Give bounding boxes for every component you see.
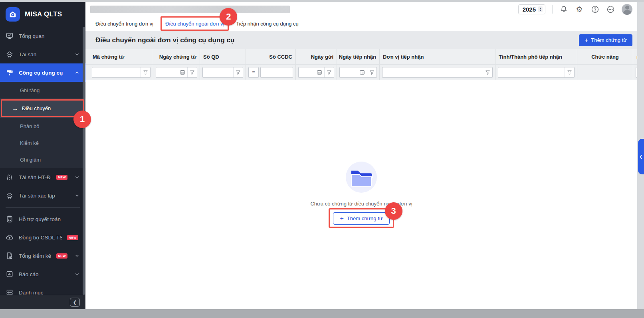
filter-input-tinh-thanh-pho[interactable] (498, 67, 565, 77)
sidebar-item-tai-san[interactable]: Tài sản (0, 45, 85, 63)
column-header-so-ccdc[interactable]: Số CCDC (246, 49, 296, 64)
filter-cell-partial (633, 65, 637, 80)
filter-funnel-icon[interactable] (187, 67, 197, 77)
sidebar: MISA QLTS Tổng quan Tài sản Công cụ (0, 2, 85, 309)
filter-cell-ma-chung-tu (89, 65, 153, 80)
user-avatar[interactable] (622, 4, 632, 15)
sidebar-item-dong-bo-csdl-tsc[interactable]: Đồng bộ CSDL TSC NEW (0, 228, 85, 247)
filter-funnel-icon[interactable] (565, 67, 574, 77)
submenu-item-kiem-ke[interactable]: Kiểm kê (0, 134, 85, 151)
add-document-button-top[interactable]: + Thêm chứng từ (579, 34, 632, 46)
filter-input-ngay-gui[interactable] (299, 67, 315, 77)
tab-tiep-nhan-cong-cu-dung-cu[interactable]: Tiếp nhận công cụ dụng cụ (236, 16, 298, 31)
chevron-down-icon (74, 193, 80, 198)
add-document-button-label: Thêm chứng từ (591, 37, 627, 43)
submenu-item-label: Điều chuyển (22, 105, 51, 111)
help-icon[interactable] (590, 5, 599, 14)
column-header-don-vi-tiep-nhan[interactable]: Đơn vị tiếp nhận (380, 49, 495, 64)
sidebar-collapse-button[interactable]: ❮ (70, 298, 80, 307)
sidebar-divider (6, 207, 80, 207)
calendar-icon[interactable] (178, 67, 187, 77)
page-header: Điều chuyển ngoài đơn vị công cụ dụng cụ… (85, 31, 637, 49)
filter-funnel-icon[interactable] (367, 67, 376, 77)
column-header-ngay-gui[interactable]: Ngày gửi (296, 49, 337, 64)
sidebar-item-ho-tro-quyet-toan[interactable]: Hỗ trợ quyết toán (0, 210, 85, 228)
new-badge: NEW (56, 253, 67, 259)
chevron-down-icon (74, 271, 80, 277)
add-document-button-label: Thêm chứng từ (347, 215, 383, 221)
brand-name: MISA QLTS (25, 10, 62, 18)
filter-input-ngay-tiep-nhan[interactable] (340, 67, 357, 77)
sidebar-item-tong-quan[interactable]: Tổng quan (0, 27, 85, 45)
filter-funnel-icon[interactable] (233, 67, 243, 77)
submenu-item-label: Kiểm kê (20, 140, 39, 146)
table-filter-row: = (85, 65, 637, 80)
filter-cell-tinh-thanh-pho (495, 65, 577, 80)
year-stepper-icon[interactable]: ▲▼ (538, 6, 543, 12)
calendar-icon[interactable] (357, 67, 367, 77)
submenu-cong-cu-dung-cu: Ghi tăng → Điều chuyển 1 Phân bổ Kiểm kê… (0, 82, 85, 168)
bar-chart-icon (6, 270, 14, 278)
brand-row[interactable]: MISA QLTS (0, 2, 85, 27)
tab-label: Tiếp nhận công cụ dụng cụ (236, 21, 298, 27)
column-header-tinh-thanh-pho[interactable]: Tỉnh/Thành phố tiếp nhận (495, 49, 577, 64)
filter-input-ma-chung-tu[interactable] (92, 67, 141, 77)
filter-input-so-qd[interactable] (203, 67, 233, 77)
filter-cell-ngay-chung-tu (153, 65, 200, 80)
filter-input-don-vi-tiep-nhan[interactable] (382, 67, 483, 77)
filter-funnel-icon[interactable] (324, 67, 334, 77)
plus-icon: + (585, 37, 588, 43)
sidebar-item-tai-san-ht-db[interactable]: Tài sản HT-ĐB NEW (0, 168, 85, 186)
chevron-down-icon (74, 174, 80, 180)
new-badge: NEW (56, 175, 67, 180)
sidebar-item-label: Tổng kiểm kê (19, 253, 51, 259)
submenu-item-ghi-giam[interactable]: Ghi giảm (0, 151, 85, 168)
submenu-item-label: Phân bổ (20, 123, 39, 129)
tabs-bar: Điều chuyển trong đơn vị Điều chuyển ngo… (85, 16, 637, 31)
plus-icon: + (340, 215, 343, 222)
calendar-icon[interactable] (315, 67, 324, 77)
sidebar-item-tai-san-xac-lap[interactable]: Tài sản xác lập (0, 186, 85, 205)
sidebar-item-bao-cao[interactable]: Báo cáo (0, 265, 85, 283)
right-panel-toggle[interactable]: ❮ (638, 139, 644, 174)
column-header-ngay-chung-tu[interactable]: Ngày chứng từ (153, 49, 200, 64)
filter-input-partial[interactable] (636, 67, 637, 77)
column-header-chuc-nang: Chức năng (577, 49, 633, 64)
year-selector[interactable]: 2025 ▲▼ (518, 4, 545, 14)
tab-dieu-chuyen-trong-don-vi[interactable]: Điều chuyển trong đơn vị (95, 16, 153, 31)
sidebar-scrollbar[interactable] (83, 27, 85, 295)
empty-state: Chưa có chứng từ điều chuyển ngoài đơn v… (310, 162, 412, 225)
tool-roller-icon (6, 69, 14, 77)
filter-input-ngay-chung-tu[interactable] (156, 67, 178, 77)
filter-cell-ngay-tiep-nhan (337, 65, 380, 80)
filter-input-so-ccdc[interactable] (261, 67, 293, 77)
settings-gear-icon[interactable]: ⚙ (575, 5, 584, 14)
main-area: 2025 ▲▼ ⚙ (85, 2, 637, 309)
tab-dieu-chuyen-ngoai-don-vi[interactable]: Điều chuyển ngoài đơn vị 2 (165, 16, 224, 31)
column-header-ma-chung-tu[interactable]: Mã chứng từ (89, 49, 153, 64)
submenu-item-label: Ghi tăng (20, 87, 40, 93)
column-header-partial[interactable]: n/K (633, 49, 637, 64)
notification-bell-icon[interactable] (559, 5, 568, 14)
table-header-row: Mã chứng từ Ngày chứng từ Số QĐ Số CCDC … (85, 49, 637, 65)
year-value: 2025 (523, 6, 536, 13)
sidebar-item-cong-cu-dung-cu[interactable]: Công cụ dụng cụ (0, 63, 85, 82)
column-header-so-qd[interactable]: Số QĐ (200, 49, 246, 64)
column-header-ngay-tiep-nhan[interactable]: Ngày tiếp nhận (337, 49, 380, 64)
equals-operator-button[interactable]: = (248, 67, 259, 78)
sidebar-item-tong-kiem-ke[interactable]: Tổng kiểm kê NEW (0, 247, 85, 265)
filter-funnel-icon[interactable] (141, 67, 150, 77)
chevron-down-icon (74, 51, 80, 57)
submenu-item-phan-bo[interactable]: Phân bổ (0, 118, 85, 134)
more-options-icon[interactable] (606, 5, 615, 14)
submenu-item-dieu-chuyen[interactable]: → Điều chuyển 1 (0, 99, 85, 118)
clipboard-checklist-icon (6, 215, 14, 223)
sidebar-item-label: Hỗ trợ quyết toán (19, 216, 80, 222)
add-document-button-empty[interactable]: + Thêm chứng từ 3 (333, 212, 389, 225)
submenu-item-ghi-tang[interactable]: Ghi tăng (0, 82, 85, 99)
chevron-up-icon (74, 70, 80, 75)
filter-funnel-icon[interactable] (483, 67, 492, 77)
redacted-breadcrumb (90, 6, 290, 13)
filter-cell-don-vi-tiep-nhan (380, 65, 495, 80)
sidebar-item-label: Công cụ dụng cụ (19, 70, 69, 76)
